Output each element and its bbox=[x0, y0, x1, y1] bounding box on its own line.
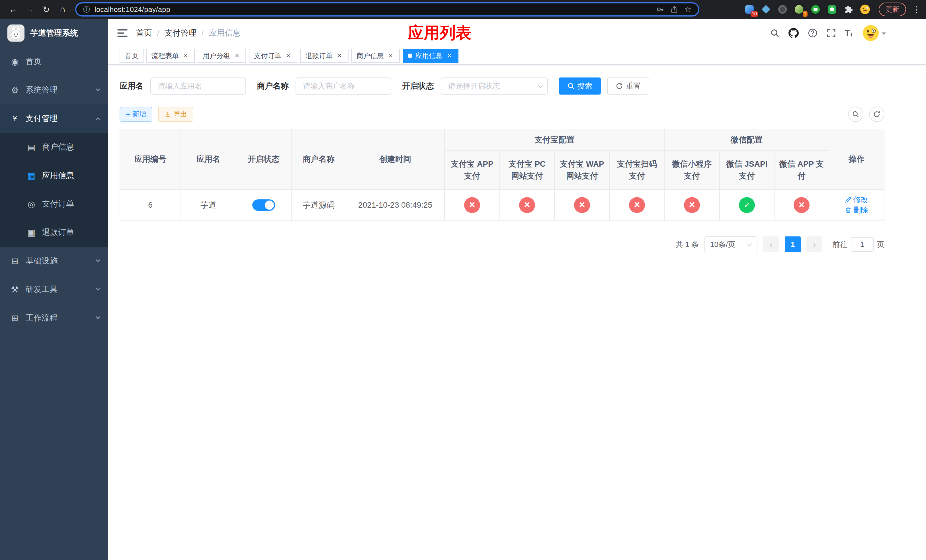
back-icon[interactable]: ← bbox=[6, 2, 21, 17]
col-header-created: 创建时间 bbox=[346, 129, 445, 189]
tab-refund-orders[interactable]: 退款订单 bbox=[300, 49, 348, 63]
gear-icon: ⚙ bbox=[9, 85, 21, 95]
app-name-input[interactable] bbox=[150, 77, 246, 95]
status-select[interactable] bbox=[441, 77, 548, 95]
cell-app-name: 芋道 bbox=[181, 189, 236, 221]
share-icon[interactable] bbox=[670, 5, 678, 14]
help-icon[interactable] bbox=[808, 28, 817, 38]
edit-pencil-icon bbox=[845, 196, 852, 203]
page-size-select[interactable]: 10条/页 bbox=[705, 236, 757, 252]
fullscreen-icon[interactable] bbox=[827, 29, 836, 38]
tab-home[interactable]: 首页 bbox=[120, 49, 144, 63]
close-icon[interactable] bbox=[182, 52, 190, 60]
page-size-value: 10条/页 bbox=[710, 239, 735, 250]
prev-page-button[interactable]: ‹ bbox=[763, 236, 779, 252]
col-header-alipay-pc: 支付宝 PC 网站支付 bbox=[500, 151, 554, 189]
sidebar-item-pay-orders[interactable]: ◎ 支付订单 bbox=[0, 190, 108, 218]
github-icon[interactable] bbox=[788, 28, 799, 38]
add-button-label: 新增 bbox=[132, 110, 146, 119]
sidebar-item-infrastructure[interactable]: ⊟ 基础设施 bbox=[0, 247, 108, 275]
address-bar[interactable]: ⓘ localhost:1024/pay/app ☆ bbox=[75, 2, 699, 17]
chevron-down-icon bbox=[747, 241, 752, 247]
col-group-wechat: 微信配置 bbox=[664, 129, 829, 151]
chrome-update-button[interactable]: 更新 bbox=[879, 3, 906, 16]
reset-button[interactable]: 重置 bbox=[607, 77, 649, 95]
close-icon[interactable] bbox=[445, 52, 453, 60]
extension-icon[interactable]: 10 bbox=[744, 4, 755, 15]
sidebar-item-system[interactable]: ⚙ 系统管理 bbox=[0, 76, 108, 104]
page-unit-label: 页 bbox=[877, 239, 884, 250]
tab-app-info[interactable]: 应用信息 bbox=[402, 49, 458, 63]
extension-icon[interactable] bbox=[777, 4, 788, 15]
browser-menu-icon[interactable]: ⋮ bbox=[912, 5, 920, 15]
close-icon[interactable] bbox=[336, 52, 343, 60]
sidebar-item-label: 商户信息 bbox=[42, 142, 74, 152]
download-icon bbox=[164, 111, 171, 118]
tab-merchant-info[interactable]: 商户信息 bbox=[351, 49, 400, 63]
extension-icon[interactable] bbox=[810, 4, 821, 15]
sidebar-item-dev-tools[interactable]: ⚒ 研发工具 bbox=[0, 275, 108, 304]
sidebar-item-payment[interactable]: ¥ 支付管理 bbox=[0, 104, 108, 133]
home-icon[interactable]: ⌂ bbox=[55, 2, 70, 17]
sidebar-item-label: 应用信息 bbox=[42, 170, 74, 181]
extension-icon[interactable] bbox=[761, 4, 771, 15]
toggle-search-button[interactable] bbox=[848, 106, 863, 122]
col-header-status: 开启状态 bbox=[236, 129, 291, 189]
table-row: 6 芋道 芋道源码 2021-10-23 08:49:25 bbox=[120, 189, 884, 221]
sidebar-item-merchant-info[interactable]: ▤ 商户信息 bbox=[0, 133, 108, 161]
cross-status-icon bbox=[519, 197, 535, 213]
refund-icon: ▣ bbox=[25, 228, 38, 238]
breadcrumb-separator: / bbox=[201, 29, 204, 38]
pagination: 共 1 条 10条/页 ‹ 1 › 前往 页 bbox=[120, 236, 884, 252]
col-header-alipay-wap: 支付宝 WAP 网站支付 bbox=[554, 151, 610, 189]
active-dot-icon bbox=[408, 53, 412, 58]
refresh-table-button[interactable] bbox=[869, 106, 884, 122]
sidebar-menu: ◉ 首页 ⚙ 系统管理 ¥ 支付管理 ▤ 商户信息 ▦ 应用信息 bbox=[0, 47, 108, 332]
cell-alipay-scan bbox=[610, 189, 664, 221]
close-icon[interactable] bbox=[387, 52, 395, 60]
page-number-button[interactable]: 1 bbox=[785, 236, 801, 252]
flow-icon: ⊞ bbox=[9, 313, 21, 323]
col-header-wx-mini: 微信小程序支付 bbox=[664, 151, 720, 189]
dashboard-icon: ◉ bbox=[9, 57, 21, 67]
close-icon[interactable] bbox=[284, 52, 292, 60]
url-text[interactable]: localhost:1024/pay/app bbox=[95, 5, 652, 14]
tab-label: 商户信息 bbox=[357, 51, 384, 61]
delete-button[interactable]: 删除 bbox=[845, 205, 868, 215]
tab-label: 退款订单 bbox=[305, 51, 333, 61]
forward-icon[interactable]: → bbox=[22, 2, 37, 17]
close-icon[interactable] bbox=[233, 52, 241, 60]
tab-process-form[interactable]: 流程表单 bbox=[146, 49, 195, 63]
password-key-icon[interactable] bbox=[656, 5, 664, 14]
chevron-down-icon bbox=[96, 315, 100, 319]
font-size-icon[interactable]: TT bbox=[845, 29, 853, 37]
tab-user-group[interactable]: 用户分组 bbox=[198, 49, 246, 63]
merchant-name-input[interactable] bbox=[295, 77, 391, 95]
status-toggle[interactable] bbox=[252, 200, 275, 211]
browser-profile-avatar[interactable] bbox=[860, 4, 870, 15]
edit-button[interactable]: 修改 bbox=[845, 195, 868, 205]
goto-page-input[interactable] bbox=[851, 237, 874, 252]
search-icon[interactable] bbox=[770, 29, 779, 38]
export-button[interactable]: 导出 bbox=[158, 107, 193, 122]
search-button[interactable]: 搜索 bbox=[559, 77, 601, 95]
tab-pay-orders[interactable]: 支付订单 bbox=[249, 49, 297, 63]
bookmark-star-icon[interactable]: ☆ bbox=[684, 5, 691, 14]
extension-icon[interactable]: 1 bbox=[794, 4, 804, 15]
sidebar-toggle-icon[interactable] bbox=[117, 29, 127, 37]
extensions-puzzle-icon[interactable] bbox=[843, 4, 854, 15]
add-button[interactable]: + 新增 bbox=[120, 107, 152, 122]
breadcrumb-home[interactable]: 首页 bbox=[136, 28, 152, 38]
chevron-down-icon bbox=[882, 32, 886, 37]
sidebar-item-workflow[interactable]: ⊞ 工作流程 bbox=[0, 304, 108, 332]
app-logo[interactable]: 芋道管理系统 bbox=[0, 19, 108, 47]
sidebar-item-home[interactable]: ◉ 首页 bbox=[0, 47, 108, 76]
sidebar-item-app-info[interactable]: ▦ 应用信息 bbox=[0, 161, 108, 190]
sidebar-item-refund-orders[interactable]: ▣ 退款订单 bbox=[0, 218, 108, 247]
extension-icon[interactable] bbox=[827, 4, 837, 15]
user-avatar[interactable] bbox=[862, 24, 886, 42]
check-status-icon bbox=[739, 197, 755, 213]
next-page-button[interactable]: › bbox=[806, 236, 822, 252]
site-info-icon[interactable]: ⓘ bbox=[83, 5, 90, 14]
reload-icon[interactable]: ↻ bbox=[39, 2, 53, 17]
